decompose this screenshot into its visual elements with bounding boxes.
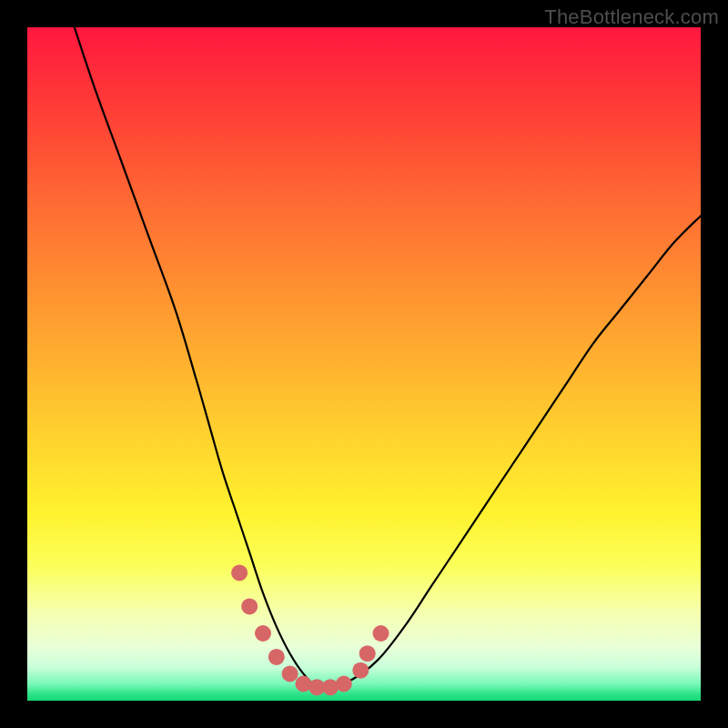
plot-area	[27, 27, 701, 701]
highlight-markers	[231, 564, 389, 695]
marker-dot	[268, 649, 285, 665]
marker-dot	[352, 662, 369, 679]
marker-dot	[359, 645, 376, 662]
marker-dot	[231, 564, 248, 581]
watermark-text: TheBottleneck.com	[544, 5, 719, 29]
marker-dot	[282, 665, 298, 682]
marker-dot	[255, 625, 271, 642]
bottleneck-curve	[75, 27, 701, 689]
curve-layer	[27, 27, 701, 701]
marker-dot	[336, 676, 352, 693]
marker-dot	[373, 625, 389, 642]
chart-frame: TheBottleneck.com	[0, 0, 728, 728]
marker-dot	[241, 598, 258, 614]
